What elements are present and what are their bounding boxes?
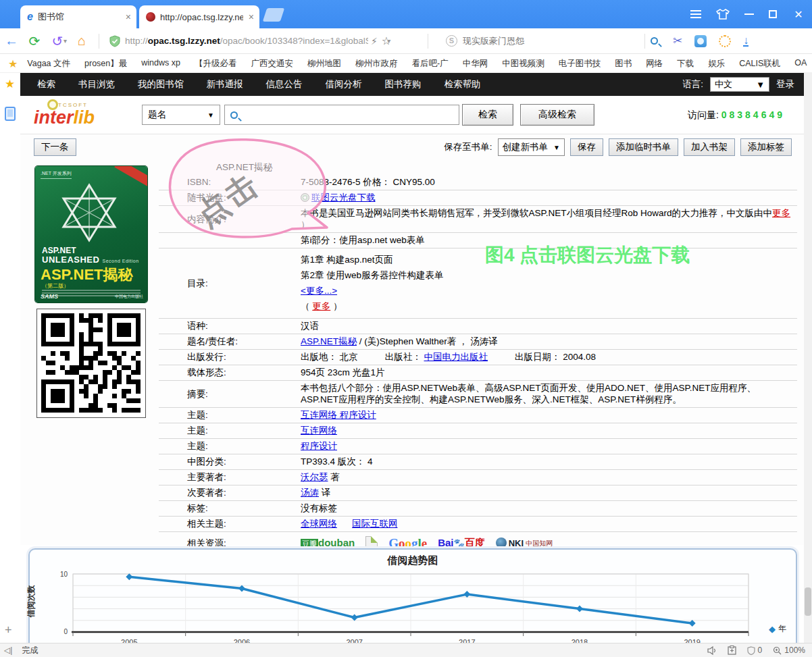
tab-close-icon[interactable]: × [249,11,254,22]
address-dropdown-icon[interactable]: ▾ [387,37,394,45]
search-icon[interactable] [651,37,658,45]
opac-search-text[interactable] [243,110,453,120]
bookmark-item[interactable]: CALIS联机 [739,58,780,70]
more-tools-icon[interactable] [719,35,731,47]
login-link[interactable]: 登录 [776,78,794,90]
nav-item[interactable]: 我的图书馆 [138,78,184,90]
opac-search-input[interactable] [224,105,459,125]
field-value: TP393.4 版次： 4 [301,456,797,467]
favorites-star-icon[interactable]: ★ [8,57,18,70]
add-temp-list-button[interactable]: 添加临时书单 [609,138,678,156]
skin-icon[interactable] [716,9,730,20]
app-icon[interactable] [694,35,707,47]
author-link[interactable]: 沃尔瑟 [301,472,328,482]
screenshot-scissors-icon[interactable]: ✂ [673,34,682,48]
bookmark-item[interactable]: prosen】最 [84,58,127,70]
bookmark-item[interactable]: 娱乐 [708,58,725,70]
browser-tab-opac[interactable]: http://opac.tsg.lzzy.net × [139,5,259,28]
nav-item[interactable]: 新书通报 [207,78,243,90]
clipboard-icon[interactable] [728,646,736,655]
scrollbar-thumb[interactable] [805,587,811,616]
bookmark-item[interactable]: 图书 [615,58,632,70]
download-icon[interactable]: ↓ [743,36,748,47]
url-text[interactable]: http://opac.tsg.lzzy.net/opac/book/10334… [125,36,368,46]
subject-link[interactable]: 互连网络 程序设计 [301,410,376,420]
maximize-icon[interactable] [769,10,777,18]
tab-close-icon[interactable]: × [126,11,131,22]
field-value: ASP.NET揭秘 / (美)Stephen Walther著 ， 汤涛译 [301,336,797,347]
publisher-link[interactable]: 中国电力出版社 [424,352,488,362]
lightning-icon[interactable]: ⚡ [371,36,378,47]
cnki-logo[interactable]: NKI中国知网 [496,537,553,549]
sidebar-expand-icon[interactable]: + [5,623,12,637]
new-tab-button[interactable] [263,8,284,22]
browser-search-input[interactable] [463,36,639,46]
chart-legend[interactable]: ◆ 年 [769,623,786,635]
menu-icon[interactable] [690,8,701,20]
advanced-search-button[interactable]: 高级检索 [520,104,594,126]
mobile-view-icon[interactable] [5,107,16,121]
refresh-icon[interactable]: ⟳ [23,33,46,49]
bookmark-item[interactable]: 【升级必看 [195,58,237,70]
language-select[interactable]: 中文▼ [710,77,769,92]
page-icon[interactable] [365,536,378,550]
add-tag-button[interactable]: 添加标签 [740,138,792,156]
bookmark-item[interactable]: 广西交通安 [251,58,293,70]
bookmark-item[interactable]: 柳州市政府 [355,58,398,70]
interlib-logo[interactable]: TCSOFT interlib [28,99,130,130]
bookmark-item[interactable]: 中华网 [463,58,488,70]
bookmark-item[interactable]: 看后吧-广 [411,58,448,70]
related-topic-link[interactable]: 全球网络 [301,519,337,529]
google-logo[interactable]: Google [388,537,427,549]
save-button[interactable]: 保存 [570,138,603,156]
search-field-select[interactable]: 题名▼ [142,105,220,125]
nav-item[interactable]: 书目浏览 [78,78,115,90]
speaker-icon[interactable] [707,646,717,655]
minimize-icon[interactable] [744,14,754,15]
back-icon[interactable]: ← [0,33,23,49]
add-shelf-button[interactable]: 加入书架 [684,138,735,156]
subject-link[interactable]: 程序设计 [301,441,337,451]
browser-tab-library[interactable]: e 图书馆 × [20,5,136,28]
nav-item[interactable]: 信息公告 [266,78,303,90]
bookmark-item[interactable]: 网络 [646,58,663,70]
cloud-disc-download-link[interactable]: 联图云光盘下载 [311,192,376,203]
intro-more-link[interactable]: 更多 [772,208,790,218]
address-bar[interactable]: http://opac.tsg.lzzy.net/opac/book/10334… [105,32,422,51]
security-shield-icon[interactable] [109,35,121,47]
search-button[interactable]: 检索 [462,104,513,126]
nav-item[interactable]: 借阅分析 [326,78,362,90]
bookmark-item[interactable]: windws xp [141,58,180,70]
nav-item[interactable]: 图书荐购 [385,78,422,90]
bookmark-item[interactable]: 电子图书技 [559,58,601,70]
undo-dropdown-icon[interactable]: ▾ [64,37,70,45]
home-icon[interactable]: ⌂ [70,33,93,49]
search-engine-icon[interactable]: S [446,35,457,47]
toc-more-red-link[interactable]: 更多 [312,301,330,311]
nav-item[interactable]: 检索帮助 [445,78,481,90]
baidu-logo[interactable]: Bai🐾百度 [438,537,485,549]
bookmark-item[interactable]: 柳州地图 [307,58,341,70]
related-topic-link[interactable]: 国际互联网 [352,519,398,529]
nav-item[interactable]: 检索 [37,78,55,90]
zoom-level[interactable]: 100% [773,646,805,655]
douban-logo[interactable]: 豆瓣douban [301,537,355,550]
subject-link[interactable]: 互连网络 [301,425,337,436]
next-record-button[interactable]: 下一条 [34,138,76,156]
toc-more-link[interactable]: <更多...> [301,286,337,296]
book-cover[interactable]: .NET 开发系列 ASP.NET UNLEASHED Second Editi… [35,166,147,303]
sidebar-star-icon[interactable]: ★ [5,77,15,91]
shield-count[interactable]: 0 [747,646,763,655]
title-link[interactable]: ASP.NET揭秘 [301,336,357,346]
bookmark-item[interactable]: 中图视频测 [502,58,544,70]
bookmark-item[interactable]: Vagaa 文件 [27,58,70,70]
collapse-panel-icon[interactable]: ◁| [4,646,12,655]
search-box[interactable]: S [440,32,663,51]
bookmark-item[interactable]: OA [794,58,807,70]
booklist-select[interactable]: 创建新书单▼ [498,138,565,156]
bookmark-item[interactable]: 下载 [677,58,694,70]
close-icon[interactable]: ✕ [792,8,805,21]
field-label: 主题: [159,440,301,452]
translator-link[interactable]: 汤涛 [301,488,319,498]
vertical-scrollbar[interactable] [804,73,812,643]
